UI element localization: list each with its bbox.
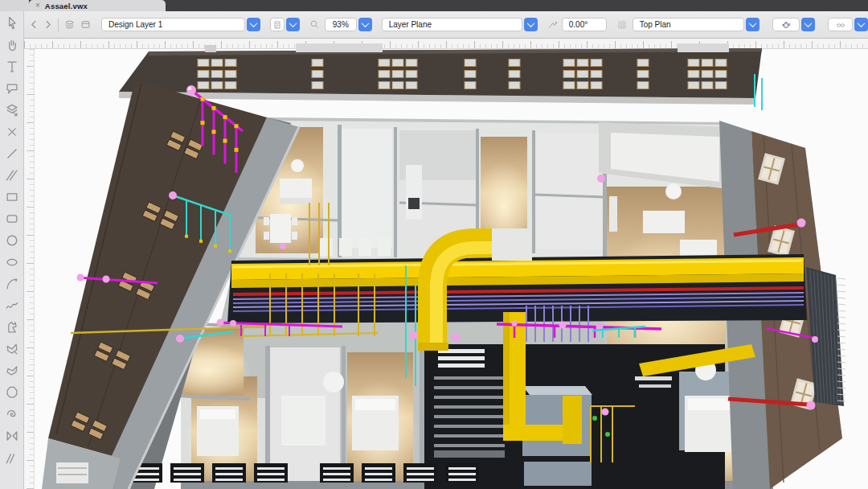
ellipse-icon [4, 254, 20, 270]
tab-close-icon[interactable]: × [35, 2, 40, 10]
tool-mirror[interactable] [3, 427, 21, 445]
tool-callout[interactable] [3, 80, 21, 97]
tool-reshape-polygon[interactable] [3, 340, 21, 358]
sheet-layer-chevron-button[interactable] [286, 18, 300, 31]
chevron-down-icon [361, 19, 369, 27]
chevron-down-icon [289, 19, 297, 27]
building-3d-render [24, 39, 868, 489]
design-layer-value: Design Layer 1 [108, 20, 162, 29]
roof-facade [119, 43, 762, 105]
tool-arc[interactable] [3, 275, 21, 293]
render-mode-button[interactable] [772, 18, 800, 31]
working-plane-icon [4, 102, 20, 118]
vectorworks-window: { "window": { "tab_title": "Assael.vwx",… [0, 0, 868, 489]
tool-freehand[interactable] [3, 297, 21, 314]
tool-double-line[interactable] [3, 166, 21, 184]
tool-palette [0, 11, 24, 489]
tool-pan[interactable] [3, 36, 21, 54]
zoom-level-field[interactable]: 93% [325, 18, 357, 31]
chevron-down-icon [858, 19, 866, 27]
reshape-polygon-icon [4, 341, 20, 357]
render-mode-chevron-button[interactable] [801, 18, 815, 31]
view-toolbar: Design Layer 1 93% Layer Plane 0.00° Top… [0, 11, 868, 39]
callout-icon [4, 80, 20, 97]
chevron-down-icon [249, 19, 257, 27]
design-layer-select[interactable]: Design Layer 1 [101, 18, 245, 31]
tool-polygon[interactable] [3, 362, 21, 380]
rotation-angle-field[interactable]: 0.00° [562, 18, 607, 31]
rounded-rectangle-icon [4, 211, 20, 227]
hatch-icon [4, 450, 20, 466]
grid-icon[interactable] [616, 19, 628, 31]
tool-polyline[interactable] [3, 318, 21, 336]
tool-hatch[interactable] [3, 449, 21, 466]
tool-delete[interactable] [3, 123, 21, 141]
tool-spiral[interactable] [3, 405, 21, 423]
tab-bar-left-pad [0, 0, 29, 11]
arc-icon [4, 276, 20, 292]
tab-title: Assael.vwx [45, 2, 88, 10]
view-chevron-button[interactable] [746, 18, 760, 31]
pan-icon [4, 37, 20, 53]
plane-mode-value: Layer Plane [389, 20, 432, 29]
polyline-icon [4, 319, 20, 335]
tool-working-plane[interactable] [3, 101, 21, 119]
chevron-down-icon [748, 19, 756, 27]
circle-icon [4, 232, 20, 249]
design-layer-chevron-button[interactable] [247, 18, 260, 31]
visibility-button[interactable] [828, 18, 853, 31]
teapot-icon [780, 19, 792, 31]
zoom-search-icon[interactable] [309, 19, 320, 30]
double-line-icon [4, 167, 20, 183]
spiral-icon [4, 406, 20, 422]
view-select[interactable]: Top Plan [633, 18, 744, 31]
glasses-icon [834, 20, 847, 30]
tool-rectangle[interactable] [3, 188, 21, 206]
document-tab[interactable]: × Assael.vwx [29, 0, 166, 11]
freehand-icon [4, 298, 20, 314]
visibility-chevron-button[interactable] [854, 18, 868, 31]
mirror-icon [4, 428, 20, 444]
view-select-value: Top Plan [640, 20, 671, 29]
polygon-icon [4, 363, 20, 379]
text-icon [4, 59, 20, 75]
selection-icon [4, 15, 20, 31]
tool-selection[interactable] [3, 14, 21, 32]
tool-rounded-rectangle[interactable] [3, 210, 21, 228]
chevron-down-icon [526, 19, 534, 27]
chevron-down-icon [805, 19, 813, 27]
line-icon [4, 146, 20, 162]
tool-circle[interactable] [3, 232, 21, 249]
angle-snap-icon[interactable] [547, 19, 559, 31]
back-button[interactable] [29, 19, 39, 30]
plane-mode-chevron-button[interactable] [524, 18, 538, 31]
delete-icon [4, 124, 20, 140]
rectangle-icon [4, 189, 20, 205]
zoom-level-value: 93% [333, 20, 349, 29]
regular-polygon-icon [4, 384, 20, 401]
plane-mode-select[interactable]: Layer Plane [382, 18, 522, 31]
sheet-layer-button[interactable] [270, 18, 285, 31]
new-design-layer-icon[interactable] [80, 18, 92, 31]
forward-button[interactable] [43, 19, 53, 30]
zoom-chevron-button[interactable] [358, 18, 372, 31]
tool-regular-polygon[interactable] [3, 384, 21, 401]
rotation-angle-value: 0.00° [569, 20, 588, 29]
tool-text[interactable] [3, 58, 21, 76]
tool-line[interactable] [3, 145, 21, 162]
layers-icon[interactable] [63, 18, 76, 31]
window-tab-bar: × Assael.vwx [0, 0, 868, 11]
toolbar-separator [58, 18, 59, 31]
tool-ellipse[interactable] [3, 253, 21, 271]
